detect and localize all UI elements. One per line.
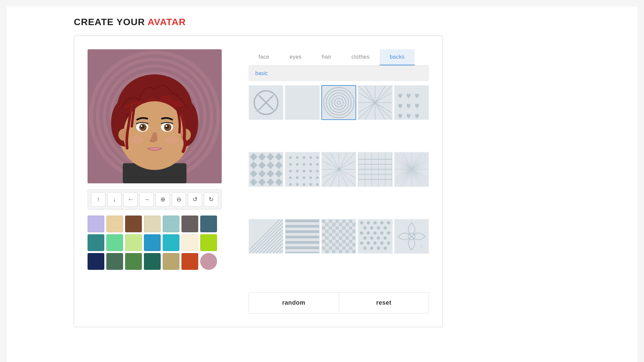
svg-rect-178: [325, 230, 329, 233]
zoom-in-button[interactable]: ⊕: [156, 192, 170, 206]
svg-rect-185: [335, 233, 339, 236]
svg-point-223: [360, 231, 363, 235]
color-swatch-mint[interactable]: [106, 234, 123, 251]
svg-point-30: [165, 136, 179, 144]
svg-rect-184: [329, 233, 332, 236]
color-swatch-cream[interactable]: [144, 216, 161, 232]
bg-option-dots[interactable]: [285, 152, 320, 187]
color-swatch-lavender[interactable]: [88, 216, 104, 232]
svg-point-28: [166, 125, 167, 127]
bg-option-stripes[interactable]: [285, 219, 320, 254]
color-swatch-gray[interactable]: [181, 216, 198, 232]
svg-point-232: [360, 241, 363, 245]
svg-rect-171: [345, 223, 349, 226]
color-swatch-teal[interactable]: [88, 234, 104, 251]
color-swatch-light-teal[interactable]: [163, 216, 179, 232]
bg-option-zigzag[interactable]: [249, 219, 283, 254]
color-swatch-peach[interactable]: [106, 216, 123, 232]
color-swatch-yellow-green[interactable]: [200, 234, 217, 251]
bg-option-sunrays[interactable]: [358, 85, 392, 120]
svg-point-103: [316, 183, 319, 186]
background-grid: [249, 85, 429, 284]
svg-rect-191: [345, 236, 349, 240]
svg-point-90: [296, 170, 299, 173]
bg-option-blur[interactable]: [394, 152, 429, 187]
bg-option-pixels[interactable]: [321, 219, 356, 254]
svg-rect-176: [342, 226, 345, 230]
color-swatch-navy[interactable]: [88, 253, 104, 270]
svg-rect-167: [349, 220, 352, 223]
svg-point-99: [289, 183, 292, 186]
svg-point-27: [141, 125, 143, 127]
color-swatch-brown[interactable]: [125, 216, 142, 232]
tab-clothes[interactable]: clothes: [341, 49, 380, 65]
bg-option-polka[interactable]: [358, 219, 392, 254]
svg-rect-204: [329, 246, 332, 250]
redo-button[interactable]: ↻: [204, 192, 218, 206]
svg-point-100: [296, 183, 299, 186]
main-container: ↑ ↓ ← → ⊕ ⊖ ↺ ↻: [74, 36, 443, 327]
svg-rect-177: [349, 226, 352, 230]
svg-point-224: [367, 231, 370, 235]
bg-option-floral[interactable]: [394, 219, 429, 254]
svg-point-215: [367, 221, 370, 225]
zoom-out-button[interactable]: ⊖: [172, 192, 186, 206]
move-down-button[interactable]: ↓: [107, 192, 121, 206]
right-panel: face eyes hair clothes backs basic: [249, 49, 429, 313]
svg-rect-187: [349, 233, 352, 236]
color-swatch-light-green[interactable]: [125, 234, 142, 251]
color-swatch-forest[interactable]: [106, 253, 123, 270]
color-swatch-blue[interactable]: [144, 234, 161, 251]
tab-eyes[interactable]: eyes: [279, 49, 312, 65]
svg-rect-163: [322, 220, 325, 223]
bg-option-diamonds[interactable]: [249, 152, 283, 187]
bg-option-none[interactable]: [249, 85, 283, 120]
title-prefix: CREATE YOUR: [74, 17, 148, 27]
bg-option-lines-diag[interactable]: [358, 152, 392, 187]
svg-rect-173: [322, 226, 325, 230]
reset-button[interactable]: reset: [339, 293, 429, 313]
svg-point-98: [316, 177, 319, 179]
color-swatch-slate[interactable]: [200, 216, 217, 232]
bg-option-hearts[interactable]: [394, 85, 429, 120]
svg-rect-165: [335, 220, 339, 223]
random-button[interactable]: random: [249, 293, 339, 313]
tab-face[interactable]: face: [249, 49, 279, 65]
bg-option-circles[interactable]: [321, 85, 356, 120]
svg-rect-157: [285, 230, 319, 233]
svg-rect-155: [285, 220, 319, 222]
tab-hair[interactable]: hair: [312, 49, 341, 65]
svg-point-222: [383, 226, 387, 230]
svg-rect-156: [285, 225, 319, 228]
svg-point-83: [316, 156, 319, 159]
svg-rect-205: [335, 246, 339, 250]
color-swatch-tan[interactable]: [163, 253, 179, 270]
svg-point-220: [370, 226, 373, 230]
move-up-button[interactable]: ↑: [91, 192, 105, 206]
svg-point-87: [310, 163, 312, 166]
move-left-button[interactable]: ←: [123, 192, 138, 206]
svg-rect-160: [285, 246, 319, 249]
page-title: CREATE YOUR AVATAR: [74, 17, 186, 27]
svg-rect-197: [349, 240, 352, 243]
left-panel: ↑ ↓ ← → ⊕ ⊖ ↺ ↻: [88, 49, 228, 313]
svg-point-91: [303, 170, 306, 173]
svg-point-227: [387, 231, 390, 235]
bg-option-plain[interactable]: [285, 85, 320, 120]
color-swatch-ivory[interactable]: [181, 234, 198, 251]
svg-point-219: [363, 226, 367, 230]
svg-point-239: [377, 246, 380, 250]
color-swatch-cyan[interactable]: [163, 234, 179, 251]
color-swatch-green[interactable]: [125, 253, 142, 270]
nav-controls: ↑ ↓ ← → ⊕ ⊖ ↺ ↻: [88, 189, 222, 209]
bg-option-burst[interactable]: [321, 152, 356, 187]
color-swatch-dark-teal[interactable]: [144, 253, 161, 270]
color-swatch-mauve-circle[interactable]: [200, 253, 217, 270]
color-swatch-orange-red[interactable]: [181, 253, 198, 270]
svg-rect-188: [325, 236, 329, 240]
move-right-button[interactable]: →: [140, 192, 154, 206]
tab-backs[interactable]: backs: [380, 49, 415, 65]
undo-button[interactable]: ↺: [188, 192, 202, 206]
svg-point-238: [370, 246, 373, 250]
subtab-basic[interactable]: basic: [255, 70, 268, 76]
